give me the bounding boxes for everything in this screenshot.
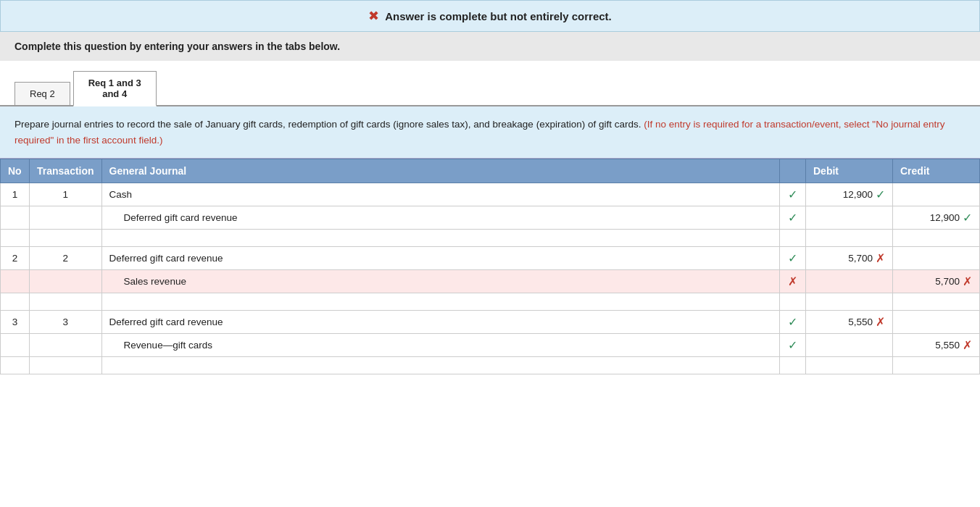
row-credit[interactable] (893, 183, 980, 206)
empty-cell (780, 230, 806, 247)
check-icon: ✓ (788, 188, 797, 201)
row-account[interactable]: Deferred gift card revenue (101, 311, 779, 334)
row-debit[interactable] (806, 334, 893, 357)
answer-banner: ✖ Answer is complete but not entirely co… (0, 0, 980, 32)
empty-cell (893, 293, 980, 311)
col-header-check (780, 159, 806, 183)
check-icon: ✓ (876, 188, 885, 201)
col-header-general-journal: General Journal (101, 159, 779, 183)
row-account[interactable]: Deferred gift card revenue (101, 206, 779, 230)
row-account[interactable]: Cash (101, 183, 779, 206)
row-no (1, 334, 30, 357)
col-header-credit: Credit (893, 159, 980, 183)
row-debit[interactable]: 12,900 ✓ (806, 183, 893, 206)
credit-value: 5,550 (935, 340, 960, 351)
row-debit[interactable] (806, 206, 893, 230)
row-credit[interactable]: 12,900 ✓ (893, 206, 980, 230)
row-no: 1 (1, 183, 30, 206)
x-icon: ✗ (788, 275, 797, 288)
row-transaction (30, 334, 102, 357)
check-icon: ✓ (788, 339, 797, 351)
empty-cell (101, 357, 779, 374)
row-transaction (30, 206, 102, 230)
row-account-check: ✗ (780, 270, 806, 293)
debit-value: 5,550 (848, 317, 873, 327)
row-no: 3 (1, 311, 30, 334)
empty-cell (30, 230, 102, 247)
tab-req1and3and4[interactable]: Req 1 and 3and 4 (73, 71, 157, 106)
row-credit[interactable] (893, 247, 980, 270)
col-header-transaction: Transaction (30, 159, 102, 183)
row-account-check: ✓ (780, 206, 806, 230)
credit-value: 12,900 (930, 212, 960, 223)
row-debit[interactable] (806, 270, 893, 293)
row-account-check: ✓ (780, 311, 806, 334)
empty-cell (101, 230, 779, 247)
empty-cell (101, 293, 779, 311)
x-icon: ✗ (963, 275, 972, 288)
row-credit[interactable]: 5,700 ✗ (893, 270, 980, 293)
empty-cell (1, 357, 30, 374)
col-header-debit: Debit (806, 159, 893, 183)
row-account[interactable]: Sales revenue (101, 270, 779, 293)
empty-cell (893, 230, 980, 247)
row-debit[interactable]: 5,550 ✗ (806, 311, 893, 334)
row-no (1, 206, 30, 230)
instruction-text: Complete this question by entering your … (14, 41, 340, 52)
tab-req2[interactable]: Req 2 (14, 82, 70, 105)
empty-cell (806, 293, 893, 311)
row-account[interactable]: Revenue—gift cards (101, 334, 779, 357)
check-icon: ✓ (963, 211, 972, 225)
empty-cell (780, 293, 806, 311)
check-icon: ✓ (788, 211, 797, 224)
col-header-no: No (1, 159, 30, 183)
row-transaction (30, 270, 102, 293)
row-credit[interactable]: 5,550 ✗ (893, 334, 980, 357)
tabs-row: Req 2 Req 1 and 3and 4 (0, 61, 980, 106)
row-account-check: ✓ (780, 183, 806, 206)
row-no: 2 (1, 247, 30, 270)
row-transaction: 3 (30, 311, 102, 334)
empty-cell (1, 293, 30, 311)
question-description: Prepare journal entries to record the sa… (0, 106, 980, 159)
row-debit[interactable]: 5,700 ✗ (806, 247, 893, 270)
error-circle-icon: ✖ (368, 8, 379, 24)
row-credit[interactable] (893, 311, 980, 334)
instruction-bar: Complete this question by entering your … (0, 32, 980, 61)
empty-cell (30, 357, 102, 374)
empty-cell (30, 293, 102, 311)
empty-cell (1, 230, 30, 247)
x-icon: ✗ (876, 315, 885, 329)
empty-cell (806, 357, 893, 374)
banner-text: Answer is complete but not entirely corr… (385, 10, 612, 22)
row-account-check: ✓ (780, 247, 806, 270)
row-transaction: 1 (30, 183, 102, 206)
row-account-check: ✓ (780, 334, 806, 357)
empty-cell (806, 230, 893, 247)
debit-value: 12,900 (843, 189, 873, 200)
row-no (1, 270, 30, 293)
row-account[interactable]: Deferred gift card revenue (101, 247, 779, 270)
check-icon: ✓ (788, 316, 797, 328)
x-icon: ✗ (876, 251, 885, 265)
debit-value: 5,700 (848, 253, 873, 264)
x-icon: ✗ (963, 338, 972, 352)
journal-table: No Transaction General Journal Debit Cre… (0, 159, 980, 374)
empty-cell (780, 357, 806, 374)
check-icon: ✓ (788, 252, 797, 264)
row-transaction: 2 (30, 247, 102, 270)
credit-value: 5,700 (935, 276, 960, 287)
description-main: Prepare journal entries to record the sa… (14, 119, 641, 130)
empty-cell (893, 357, 980, 374)
